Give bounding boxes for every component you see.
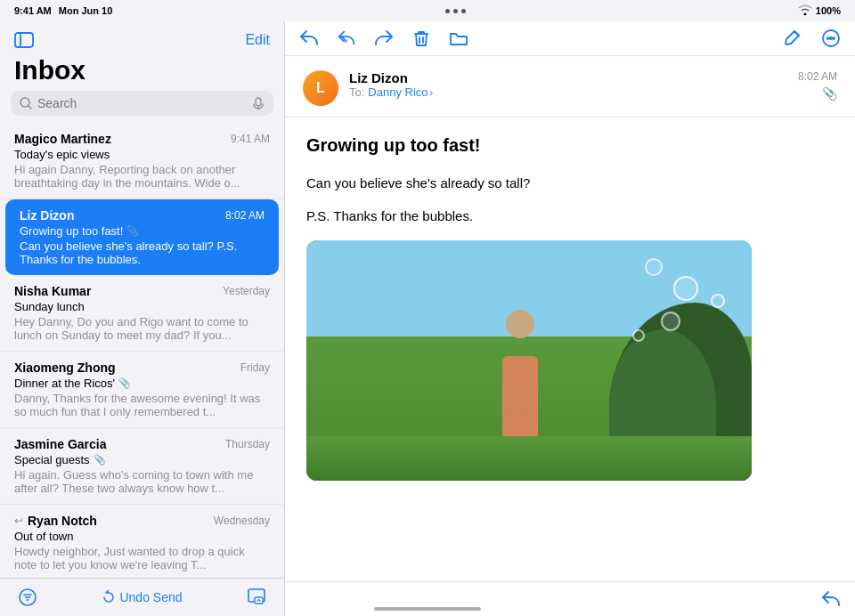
email-sender: Xiaomeng Zhong xyxy=(14,361,116,375)
status-time: 9:41 AM xyxy=(14,5,52,16)
edit-label: Edit xyxy=(245,32,270,48)
email-subject: Sunday lunch xyxy=(14,300,270,313)
undo-icon xyxy=(102,590,116,604)
email-meta-sender: Liz Dizon xyxy=(349,70,787,85)
sidebar-toggle-button[interactable] xyxy=(14,30,34,50)
email-detail-header: L Liz Dizon To: Danny Rico › 8:02 AM 📎 xyxy=(285,56,855,118)
edit-button[interactable]: Edit xyxy=(245,32,270,48)
toolbar-right-actions xyxy=(784,28,841,48)
to-name[interactable]: Danny Rico xyxy=(368,85,428,99)
bottom-toolbar-right xyxy=(285,581,855,616)
email-time: 8:02 AM xyxy=(225,209,265,222)
reply-bottom-button[interactable] xyxy=(821,589,841,609)
email-sender: Magico Martinez xyxy=(14,132,111,146)
search-input[interactable] xyxy=(37,96,247,110)
forwarded-icon: ↩ xyxy=(14,515,23,527)
email-body-title: Growing up too fast! xyxy=(306,135,834,156)
left-panel: Edit Inbox Magico Martinez xyxy=(0,21,285,616)
right-toolbar xyxy=(285,21,855,56)
email-time: Thursday xyxy=(225,438,270,450)
forward-button[interactable] xyxy=(374,28,394,48)
microphone-icon[interactable] xyxy=(252,97,265,109)
sender-avatar: L xyxy=(303,70,338,106)
to-label: To: xyxy=(349,85,364,99)
email-item-selected[interactable]: Liz Dizon 8:02 AM Growing up too fast! 📎… xyxy=(5,199,279,275)
right-panel: L Liz Dizon To: Danny Rico › 8:02 AM 📎 G… xyxy=(285,21,855,616)
undo-send-label: Undo Send xyxy=(119,590,182,604)
attachment-icon: 📎 xyxy=(118,377,131,389)
email-list: Magico Martinez 9:41 AM Today's epic vie… xyxy=(0,123,284,578)
email-item[interactable]: Jasmine Garcia Thursday Special guests 📎… xyxy=(0,428,284,505)
trash-button[interactable] xyxy=(411,28,431,48)
status-bar: 9:41 AM Mon Jun 10 100% xyxy=(0,0,855,21)
svg-point-13 xyxy=(827,37,829,39)
email-sender: Jasmine Garcia xyxy=(14,437,107,451)
main-container: Edit Inbox Magico Martinez xyxy=(0,21,855,616)
email-subject: Out of town xyxy=(14,530,270,543)
email-preview: Danny, Thanks for the awesome evening! I… xyxy=(14,392,270,418)
svg-rect-11 xyxy=(255,597,263,604)
email-body-text-1: Can you believe she's already so tall? xyxy=(306,174,834,194)
toolbar-left-actions xyxy=(299,28,468,48)
svg-point-15 xyxy=(833,37,835,39)
wifi-icon xyxy=(798,4,812,17)
email-subject: Growing up too fast! 📎 xyxy=(20,224,265,238)
email-time: Wednesday xyxy=(214,515,270,527)
email-meta-to: To: Danny Rico › xyxy=(349,85,787,99)
email-preview: Hi again. Guess who's coming to town wit… xyxy=(14,468,270,495)
svg-rect-0 xyxy=(15,33,33,47)
status-date: Mon Jun 10 xyxy=(59,5,113,16)
filter-icon xyxy=(18,588,37,607)
reply-button[interactable] xyxy=(299,28,319,48)
email-preview: Can you believe she's already so tall? P… xyxy=(20,239,265,266)
email-item[interactable]: Nisha Kumar Yesterday Sunday lunch Hey D… xyxy=(0,275,284,352)
left-toolbar: Edit xyxy=(0,21,284,55)
email-preview: Howdy neighbor, Just wanted to drop a qu… xyxy=(14,545,270,571)
status-dots xyxy=(445,9,466,13)
email-item[interactable]: ↩ Ryan Notch Wednesday Out of town Howdy… xyxy=(0,505,284,578)
undo-send-button[interactable]: Undo Send xyxy=(102,590,182,604)
email-sender: Nisha Kumar xyxy=(14,284,91,298)
home-indicator xyxy=(374,607,481,611)
more-button[interactable] xyxy=(821,28,841,48)
email-time: 9:41 AM xyxy=(231,133,270,145)
svg-point-14 xyxy=(830,37,832,39)
compose-new-button[interactable] xyxy=(784,28,803,48)
inbox-title: Inbox xyxy=(0,55,284,91)
email-inline-image xyxy=(306,240,752,481)
attachment-icon: 📎 xyxy=(94,454,106,466)
email-preview: Hey Danny, Do you and Rigo want to come … xyxy=(14,315,270,342)
attachment-icon: 📎 xyxy=(126,225,139,237)
attachment-indicator-detail: 📎 xyxy=(798,86,837,101)
filter-button[interactable] xyxy=(18,588,37,607)
email-time: Yesterday xyxy=(223,285,270,297)
email-subject: Today's epic views xyxy=(14,148,270,161)
to-chevron: › xyxy=(430,87,434,98)
move-button[interactable] xyxy=(449,28,468,48)
email-body-text-2: P.S. Thanks for the bubbles. xyxy=(306,207,834,227)
compose-icon xyxy=(247,588,266,607)
email-sender: Liz Dizon xyxy=(20,208,74,223)
search-icon xyxy=(20,97,32,109)
svg-line-3 xyxy=(28,106,31,109)
bottom-toolbar-left: Undo Send xyxy=(0,578,284,616)
search-bar[interactable] xyxy=(11,91,273,116)
email-subject: Special guests 📎 xyxy=(14,453,270,466)
email-time: Friday xyxy=(240,361,270,374)
email-preview: Hi again Danny, Reporting back on anothe… xyxy=(14,163,270,190)
email-detail-time: 8:02 AM xyxy=(798,70,837,83)
svg-rect-4 xyxy=(256,98,261,106)
email-subject: Dinner at the Ricos' 📎 xyxy=(14,377,270,390)
email-item[interactable]: Magico Martinez 9:41 AM Today's epic vie… xyxy=(0,123,284,199)
reply-all-button[interactable] xyxy=(337,28,356,48)
email-meta: Liz Dizon To: Danny Rico › xyxy=(349,70,787,99)
email-body: Growing up too fast! Can you believe she… xyxy=(285,118,855,581)
email-item[interactable]: Xiaomeng Zhong Friday Dinner at the Rico… xyxy=(0,352,284,428)
email-sender: Ryan Notch xyxy=(28,514,97,528)
battery-status: 100% xyxy=(816,5,841,16)
compose-button[interactable] xyxy=(247,588,266,607)
